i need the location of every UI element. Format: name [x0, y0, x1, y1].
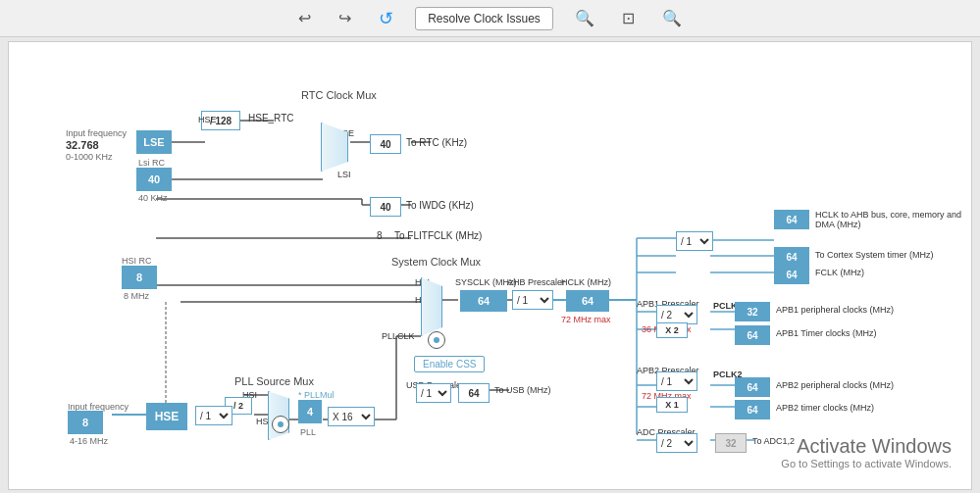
sys-mux-shape [421, 277, 442, 336]
hclk-box: 64 [566, 290, 609, 312]
redo-button[interactable]: ↪ [333, 5, 357, 31]
lsi-box: 40 [136, 168, 172, 191]
rtc-clock-mux-label: RTC Clock Mux [301, 89, 377, 101]
zoom-in-button[interactable]: 🔍 [569, 5, 600, 31]
lsi-rc-label: Lsi RC [138, 158, 165, 168]
adc-val-box: 32 [715, 433, 747, 453]
lsi-khz-label: 40 KHz [138, 193, 168, 203]
hclk-ahb-desc: HCLK to AHB bus, core, memory and DMA (M… [815, 210, 971, 229]
apb1-periph-val-box: 32 [735, 302, 770, 321]
cortex-div-select[interactable]: / 1 / 8 [676, 231, 713, 251]
pll-val-box: 4 [298, 400, 322, 423]
to-iwdg-label: To IWDG (KHz) [406, 200, 474, 211]
cortex-val-box: 64 [774, 247, 809, 267]
apb1-prescaler-select[interactable]: / 2 / 1 / 4 / 8 / 16 [656, 305, 697, 324]
pllmul-label: * PLLMul [298, 390, 335, 400]
zoom-out-button[interactable]: 🔍 [656, 5, 688, 31]
apb2-prescaler-select[interactable]: / 1 / 2 / 4 / 8 / 16 [656, 371, 697, 391]
hse-big-box: HSE [146, 403, 187, 430]
to-flit-label: To FLITFCLK (MHz) [394, 230, 482, 241]
activate-windows-watermark: Activate Windows Go to Settings to activ… [781, 435, 952, 469]
adc-prescaler-select[interactable]: / 2 / 4 / 6 / 8 [656, 433, 697, 453]
pllclk-mux-selector[interactable] [428, 331, 445, 349]
apb2-timer-desc: APB2 timer clocks (MHz) [776, 403, 874, 413]
input-freq-lse-value: 32.768 [66, 139, 99, 151]
to-rtc-label: To RTC (KHz) [406, 137, 467, 148]
ahb-prescaler-select[interactable]: / 1 / 2 / 4 [512, 290, 553, 310]
hclk-ahb-val-box: 64 [774, 210, 809, 229]
system-clock-mux-label: System Clock Mux [391, 256, 481, 268]
flit-val: 8 [377, 230, 383, 241]
apb2-periph-val-box: 64 [735, 377, 770, 397]
rtc-out-box: 40 [370, 134, 401, 154]
activate-windows-sub: Go to Settings to activate Windows. [781, 458, 952, 469]
pll-label: PLL [300, 427, 316, 437]
hse-rtc-label: HSE_RTC [248, 113, 294, 123]
hsi-rc-label: HSI RC [122, 256, 152, 266]
72mhz-max-label: 72 MHz max [561, 315, 611, 324]
cortex-desc: To Cortex System timer (MHz) [815, 250, 934, 260]
lsi-mux-label: LSI [337, 170, 351, 179]
usb-prescaler-select[interactable]: / 1 / 1.5 [416, 383, 451, 403]
apb1-periph-desc: APB1 peripheral clocks (MHz) [776, 305, 894, 315]
hclk-label: HCLK (MHz) [561, 277, 611, 287]
resolve-clock-button[interactable]: Resolve Clock Issues [415, 7, 553, 30]
sysclk-box: 64 [460, 290, 507, 312]
iwdg-out-box: 40 [370, 197, 401, 217]
ahb-prescaler-label: AHB Prescaler [507, 277, 565, 287]
to-usb-label: To USB (MHz) [494, 385, 551, 395]
activate-windows-title: Activate Windows [781, 435, 952, 458]
pll-source-mux-label: PLL Source Mux [234, 375, 314, 387]
input-freq-lse-label: Input frequency [66, 128, 127, 138]
undo-button[interactable]: ↩ [292, 5, 317, 31]
x2-box: X 2 [656, 322, 688, 338]
x1-box: X 1 [656, 397, 688, 413]
fclk-val-box: 64 [774, 265, 809, 284]
fit-button[interactable]: ⊡ [616, 5, 641, 31]
apb1-timer-desc: APB1 Timer clocks (MHz) [776, 328, 877, 338]
hsi-mhz-label: 8 MHz [124, 291, 149, 301]
hsi-box: 8 [122, 266, 157, 289]
pll-src-selector[interactable] [272, 416, 289, 433]
apb1-timer-val-box: 64 [735, 325, 770, 345]
toolbar: ↩ ↪ ↺ Resolve Clock Issues 🔍 ⊡ 🔍 [0, 0, 980, 37]
input-freq-lse-range: 0-1000 KHz [66, 152, 113, 162]
pll-mul-select[interactable]: X 16 X 2 X 3 X 4 X 6 X 8 X 9 X 12 [328, 407, 375, 426]
hse-input-box: 8 [68, 411, 103, 434]
clock-diagram-canvas: RTC Clock Mux System Clock Mux PLL Sourc… [8, 41, 972, 490]
enable-css-button[interactable]: Enable CSS [414, 356, 485, 372]
refresh-button[interactable]: ↺ [373, 4, 399, 33]
apb2-periph-desc: APB2 peripheral clocks (MHz) [776, 380, 894, 390]
pllclk-label: PLLCLK [382, 331, 415, 341]
hse-top-label: HSE [198, 115, 217, 124]
lse-box: LSE [136, 130, 172, 154]
apb2-timer-val-box: 64 [735, 400, 770, 419]
hse-div1-select[interactable]: / 1 / 2 [195, 406, 232, 425]
usb-out-box: 64 [458, 383, 490, 403]
fclk-desc: FCLK (MHz) [815, 268, 864, 277]
hse-range-label: 4-16 MHz [70, 436, 108, 446]
